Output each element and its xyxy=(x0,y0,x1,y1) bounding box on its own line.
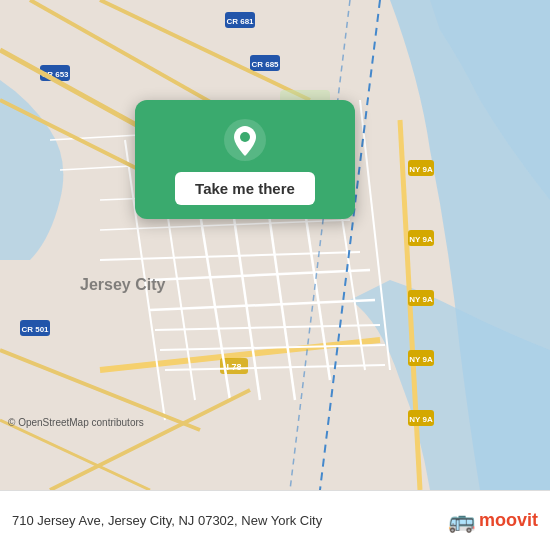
svg-text:NY 9A: NY 9A xyxy=(409,235,433,244)
moovit-bus-icon: 🚌 xyxy=(448,508,475,534)
svg-point-54 xyxy=(240,132,250,142)
svg-text:I 78: I 78 xyxy=(226,362,241,372)
svg-text:NY 9A: NY 9A xyxy=(409,295,433,304)
svg-text:CR 501: CR 501 xyxy=(21,325,49,334)
moovit-brand-text: moovit xyxy=(479,510,538,531)
moovit-logo: 🚌 moovit xyxy=(448,508,538,534)
popup-card[interactable]: Take me there xyxy=(135,100,355,219)
bottom-bar: 710 Jersey Ave, Jersey City, NJ 07302, N… xyxy=(0,490,550,550)
location-pin-icon xyxy=(223,118,267,162)
take-me-there-button[interactable]: Take me there xyxy=(175,172,315,205)
svg-text:NY 9A: NY 9A xyxy=(409,165,433,174)
svg-text:NY 9A: NY 9A xyxy=(409,355,433,364)
osm-credit: © OpenStreetMap contributors xyxy=(8,417,144,428)
address-text: 710 Jersey Ave, Jersey City, NJ 07302, N… xyxy=(12,513,442,528)
svg-text:Jersey City: Jersey City xyxy=(80,276,165,293)
svg-text:CR 681: CR 681 xyxy=(226,17,254,26)
svg-text:NY 9A: NY 9A xyxy=(409,415,433,424)
map-container: I 78 NY 9A NY 9A NY 9A NY 9A NY 9A CR 68… xyxy=(0,0,550,490)
svg-text:CR 685: CR 685 xyxy=(251,60,279,69)
